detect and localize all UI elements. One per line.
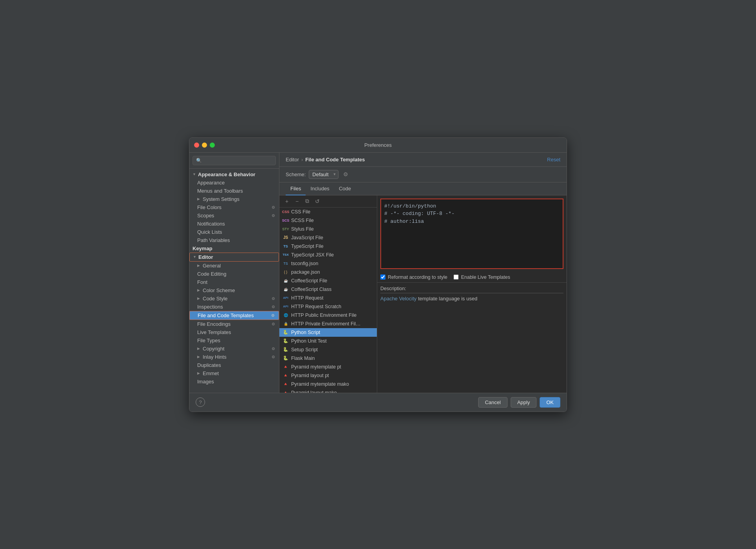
sidebar-item-editor[interactable]: Editor [189, 253, 279, 262]
apply-button[interactable]: Apply [511, 397, 537, 408]
list-item[interactable]: 🌐 HTTP Public Environment File [279, 311, 377, 320]
list-item[interactable]: 🐍 Setup Script [279, 345, 377, 354]
triangle-icon [197, 296, 201, 300]
sidebar-item-code-editing[interactable]: Code Editing [189, 270, 279, 278]
sidebar-item-appearance[interactable]: Appearance [189, 179, 279, 187]
http-public-icon: 🌐 [283, 312, 289, 318]
description-rest: template language is used [417, 296, 477, 302]
sidebar-item-emmet[interactable]: Emmet [189, 369, 279, 377]
scss-icon: SCS [283, 217, 289, 224]
preferences-dialog: Preferences Appearance & Behavior Appear… [189, 137, 567, 412]
list-item[interactable]: 🔺 Pyramid layout pt [279, 371, 377, 380]
settings-icon: ⚙ [270, 213, 276, 218]
help-button[interactable]: ? [196, 397, 205, 407]
sidebar-item-path-variables[interactable]: Path Variables [189, 236, 279, 244]
list-item[interactable]: STY Stylus File [279, 225, 377, 233]
code-line-2: # -*- coding: UTF-8 -*- [384, 210, 560, 218]
reset-button[interactable]: Reset [547, 157, 560, 163]
list-item-python-script[interactable]: 🐍 Python Script [279, 328, 377, 337]
live-templates-checkbox-label[interactable]: Enable Live Templates [454, 274, 510, 280]
gear-icon[interactable]: ⚙ [342, 170, 349, 178]
sidebar-item-code-style[interactable]: Code Style ⚙ [189, 294, 279, 303]
sidebar-item-label: File Colors [197, 204, 221, 210]
main-content: Appearance & Behavior Appearance Menus a… [189, 153, 567, 393]
add-template-button[interactable]: + [283, 197, 291, 206]
sidebar-item-file-encodings[interactable]: File Encodings ⚙ [189, 320, 279, 328]
ok-button[interactable]: OK [540, 397, 560, 408]
tsx-icon: TSX [283, 252, 289, 258]
reformat-checkbox[interactable] [380, 274, 385, 280]
list-item[interactable]: API HTTP Request [279, 294, 377, 302]
close-button[interactable] [194, 143, 199, 148]
sidebar-item-copyright[interactable]: Copyright ⚙ [189, 345, 279, 353]
list-item[interactable]: TS tsconfig.json [279, 259, 377, 268]
copy-template-button[interactable]: ⧉ [303, 197, 311, 206]
scheme-select[interactable]: Default Project [309, 170, 338, 179]
sidebar-item-label: File Encodings [197, 321, 230, 327]
reformat-checkbox-label[interactable]: Reformat according to style [380, 274, 447, 280]
settings-icon: ⚙ [270, 321, 276, 327]
sidebar-item-scopes[interactable]: Scopes ⚙ [189, 211, 279, 220]
sidebar-item-system-settings[interactable]: System Settings [189, 195, 279, 203]
sidebar-item-color-scheme[interactable]: Color Scheme [189, 286, 279, 294]
sidebar: Appearance & Behavior Appearance Menus a… [189, 153, 279, 393]
list-item[interactable]: 🔺 Pyramid mytemplate pt [279, 363, 377, 371]
search-box [189, 153, 279, 169]
maximize-button[interactable] [210, 143, 215, 148]
sidebar-item-live-templates[interactable]: Live Templates [189, 328, 279, 336]
list-item[interactable]: JS JavaScript File [279, 233, 377, 242]
sidebar-item-images[interactable]: Images [189, 377, 279, 386]
tab-includes[interactable]: Includes [306, 182, 334, 195]
sidebar-item-label: General [203, 263, 221, 269]
flask-icon: 🐍 [283, 355, 289, 361]
tab-files[interactable]: Files [286, 182, 306, 195]
list-item[interactable]: 🐍 Flask Main [279, 354, 377, 363]
http-private-icon: 🔒 [283, 321, 289, 327]
search-input[interactable] [193, 156, 276, 165]
sidebar-item-label: Quick Lists [197, 229, 222, 235]
sidebar-item-notifications[interactable]: Notifications [189, 220, 279, 228]
code-editor[interactable]: #!/usr/bin/python # -*- coding: UTF-8 -*… [380, 199, 563, 269]
remove-template-button[interactable]: − [293, 197, 301, 206]
sidebar-item-file-colors[interactable]: File Colors ⚙ [189, 203, 279, 211]
list-item[interactable]: 🐍 Python Unit Test [279, 337, 377, 345]
sidebar-item-general[interactable]: General [189, 262, 279, 270]
list-item[interactable]: API HTTP Request Scratch [279, 302, 377, 311]
list-item[interactable]: 🔺 Pyramid layout mako [279, 388, 377, 393]
minimize-button[interactable] [202, 143, 207, 148]
sidebar-item-label: Path Variables [197, 237, 230, 243]
apache-velocity-link[interactable]: Apache Velocity [380, 296, 417, 302]
sidebar-item-file-and-code-templates[interactable]: File and Code Templates ⚙ [189, 311, 279, 320]
sidebar-item-label: File Types [197, 338, 220, 343]
sidebar-item-font[interactable]: Font [189, 278, 279, 286]
list-item[interactable]: TSX TypeScript JSX File [279, 251, 377, 259]
cancel-button[interactable]: Cancel [478, 397, 507, 408]
sidebar-item-quick-lists[interactable]: Quick Lists [189, 228, 279, 236]
stylus-icon: STY [283, 226, 289, 232]
sidebar-item-appearance-behavior[interactable]: Appearance & Behavior [189, 170, 279, 179]
list-item[interactable]: 🔺 Pyramid mytemplate mako [279, 380, 377, 388]
list-item[interactable]: 🔒 HTTP Private Environment Fil… [279, 320, 377, 328]
sidebar-item-file-types[interactable]: File Types [189, 336, 279, 345]
list-item[interactable]: ☕ CoffeeScript File [279, 276, 377, 285]
scheme-select-wrapper: Default Project [309, 170, 338, 179]
sidebar-item-inlay-hints[interactable]: Inlay Hints ⚙ [189, 353, 279, 361]
list-item[interactable]: SCS SCSS File [279, 216, 377, 225]
list-item[interactable]: { } package.json [279, 268, 377, 276]
sidebar-item-label: Menus and Toolbars [197, 188, 243, 194]
file-list: + − ⧉ ↺ CSS CSS File SCS SCSS File [279, 195, 377, 393]
breadcrumb: Editor › File and Code Templates [286, 157, 365, 163]
sidebar-item-inspections[interactable]: Inspections ⚙ [189, 303, 279, 311]
code-line-3: # author:lisa [384, 218, 560, 226]
list-item[interactable]: CSS CSS File [279, 208, 377, 216]
tab-code[interactable]: Code [334, 182, 356, 195]
http-icon: API [283, 295, 289, 301]
sidebar-item-duplicates[interactable]: Duplicates [189, 361, 279, 369]
live-templates-checkbox[interactable] [454, 274, 459, 280]
list-item[interactable]: TS TypeScript File [279, 242, 377, 251]
sidebar-item-keymap[interactable]: Keymap [189, 244, 279, 253]
reset-template-button[interactable]: ↺ [313, 197, 322, 206]
sidebar-item-menus-toolbars[interactable]: Menus and Toolbars [189, 187, 279, 195]
python-icon: 🐍 [283, 329, 289, 336]
list-item[interactable]: ☕ CoffeeScript Class [279, 285, 377, 294]
